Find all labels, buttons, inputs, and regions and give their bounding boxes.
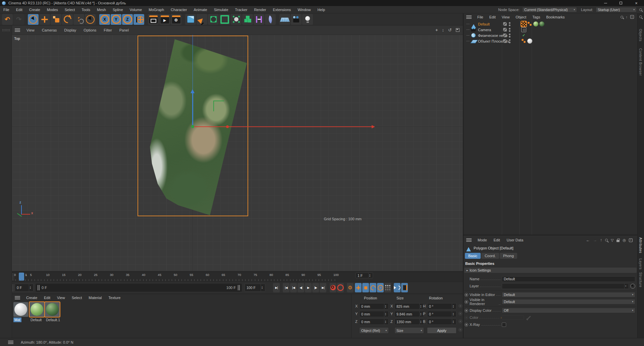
om-menu-edit[interactable]: Edit (486, 15, 499, 19)
menu-help[interactable]: Help (314, 8, 328, 12)
coord-mode-dropdown[interactable]: Object (Rel)▾ (359, 327, 389, 334)
goto-next-key-button[interactable]: ▶| (320, 283, 326, 292)
enabled-check-icon[interactable]: ✓ (521, 33, 526, 38)
up-icon[interactable]: ↑ (626, 15, 628, 19)
material-item[interactable]: Default.1 (45, 302, 60, 322)
material-item[interactable]: Default (30, 302, 45, 322)
menu-tools[interactable]: Tools (78, 8, 94, 12)
pick-object-icon[interactable] (630, 284, 635, 289)
menu-render[interactable]: Render (251, 8, 269, 12)
render-view-button[interactable] (148, 14, 159, 25)
play-button[interactable]: ▶ (305, 283, 312, 292)
lock-y-axis-button[interactable]: Y (111, 14, 121, 25)
z-axis-handle[interactable] (192, 91, 193, 127)
hamburger-icon[interactable] (15, 28, 20, 32)
position-x-field[interactable]: 0 mm▴▾ (359, 303, 389, 309)
om-menu-view[interactable]: View (499, 15, 513, 19)
tab-coord[interactable]: Coord. (481, 253, 499, 259)
render-to-picture-viewer-button[interactable]: ▶ (159, 14, 170, 25)
preview-range-slider[interactable]: 0 F 100 F (36, 284, 242, 292)
size-x-field[interactable]: 825 mm▴▾ (394, 303, 424, 309)
menu-select[interactable]: Select (61, 8, 78, 12)
om-menu-object[interactable]: Object (513, 15, 529, 19)
toggle-panel-icon[interactable] (456, 28, 460, 32)
record-point-level-button[interactable] (384, 283, 391, 292)
autokey-button[interactable] (337, 283, 344, 292)
axis-origin-dot[interactable] (191, 125, 194, 128)
texture-tag-green-icon[interactable] (533, 21, 538, 26)
xray-checkbox[interactable] (502, 323, 506, 327)
rotation-b-field[interactable]: 0 °▴▾ (427, 319, 457, 325)
menu-mesh[interactable]: Mesh (94, 8, 109, 12)
current-frame-spinner[interactable]: 0 F ▴▾ (15, 284, 34, 292)
object-name[interactable]: Camera (478, 28, 491, 32)
deformers-button[interactable] (231, 14, 241, 25)
object-row[interactable]: Camera (464, 27, 637, 33)
goto-prev-frame-button[interactable]: ◀| (298, 283, 304, 292)
lock-icon[interactable] (616, 240, 620, 242)
display-color-dropdown[interactable]: Off▾ (502, 308, 635, 313)
size-mode-dropdown[interactable]: Size▾ (394, 327, 424, 334)
record-dot-icon[interactable] (465, 323, 468, 327)
timeline-ruler[interactable]: 1 05101520253035404550556065707580859095… (12, 272, 463, 282)
zoom-view-icon[interactable]: ↕ (442, 27, 444, 33)
visibility-dots[interactable] (509, 39, 511, 41)
viewport-menu-view[interactable]: View (23, 28, 38, 32)
hamburger-icon[interactable] (15, 296, 20, 299)
minimize-button[interactable] (598, 0, 613, 6)
search-icon[interactable] (605, 239, 608, 241)
goto-prev-key-button[interactable]: |◀ (290, 283, 297, 292)
add-layer-icon[interactable]: + (630, 15, 634, 19)
menu-create[interactable]: Create (26, 8, 44, 12)
om-menu-file[interactable]: File (474, 15, 486, 19)
view-label[interactable]: Top (14, 37, 20, 41)
stepper-icons[interactable]: ▴▾ (368, 273, 371, 278)
layer-toggle[interactable] (503, 28, 507, 32)
goto-start-button[interactable]: |◀ (283, 283, 289, 292)
layer-toggle[interactable] (503, 34, 507, 37)
rotate-tool-button[interactable] (62, 14, 73, 25)
tab-basic[interactable]: Basic (465, 253, 481, 259)
generators-button[interactable] (219, 14, 230, 25)
play-sound-button[interactable] (394, 283, 400, 292)
record-scale-button[interactable] (362, 283, 369, 292)
live-selection-button[interactable] (28, 14, 39, 25)
visible-in-renderer-dropdown[interactable]: Default▾ (502, 299, 635, 304)
lock-z-axis-button[interactable]: Z (122, 14, 133, 25)
visible-in-editor-dropdown[interactable]: Default▾ (502, 292, 635, 297)
phong-tag-icon[interactable] (521, 39, 526, 44)
uv-tag-icon[interactable] (521, 21, 526, 26)
ram-preview-button[interactable] (401, 283, 408, 292)
material-menu-material[interactable]: Material (85, 296, 105, 300)
viewport-menu-display[interactable]: Display (60, 28, 80, 32)
om-menu-tags[interactable]: Tags (529, 15, 543, 19)
material-thumbnail[interactable] (13, 302, 28, 317)
hamburger-icon[interactable] (466, 238, 472, 242)
layer-toggle[interactable] (503, 39, 507, 43)
layout-dropdown[interactable]: Startup (User) ▾ (596, 7, 637, 12)
end-frame-spinner[interactable]: 100 F ▴▾ (245, 284, 265, 292)
side-tab-objects[interactable]: Objects (639, 29, 642, 41)
material-menu-select[interactable]: Select (68, 296, 86, 300)
viewport-menu-cameras[interactable]: Cameras (38, 28, 61, 32)
side-tab-layers[interactable]: Layers (639, 258, 642, 270)
drag-handle[interactable] (2, 29, 10, 32)
material-menu-view[interactable]: View (54, 296, 68, 300)
position-z-field[interactable]: 0 mm▴▾ (359, 319, 389, 325)
x-axis-line[interactable] (193, 126, 372, 127)
viewport-menu-filter[interactable]: Filter (100, 28, 115, 32)
apply-button[interactable]: Apply (427, 327, 457, 334)
menu-simulate[interactable]: Simulate (211, 8, 232, 12)
fields-button[interactable] (254, 14, 264, 25)
menu-file[interactable]: File (0, 8, 13, 12)
menu-volume[interactable]: Volume (126, 8, 146, 12)
icon-settings-group[interactable]: ▸ Icon Settings (464, 268, 637, 273)
filter-icon[interactable]: ▽ (611, 238, 613, 242)
menu-spline[interactable]: Spline (109, 8, 126, 12)
viewport-menu-options[interactable]: Options (80, 28, 100, 32)
close-button[interactable]: × (629, 0, 644, 6)
hamburger-icon[interactable] (8, 341, 13, 344)
menu-edit[interactable]: Edit (13, 8, 26, 12)
texture-tag-earth-icon[interactable] (539, 21, 544, 26)
visibility-dots[interactable] (509, 28, 511, 30)
